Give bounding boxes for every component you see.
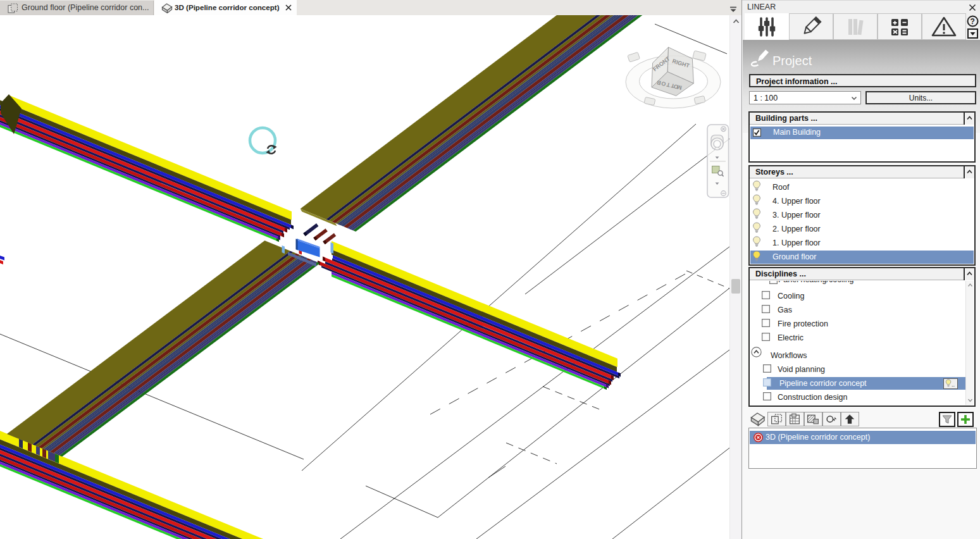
- svg-text:..: ..: [952, 381, 955, 388]
- svg-text:?: ?: [971, 17, 975, 26]
